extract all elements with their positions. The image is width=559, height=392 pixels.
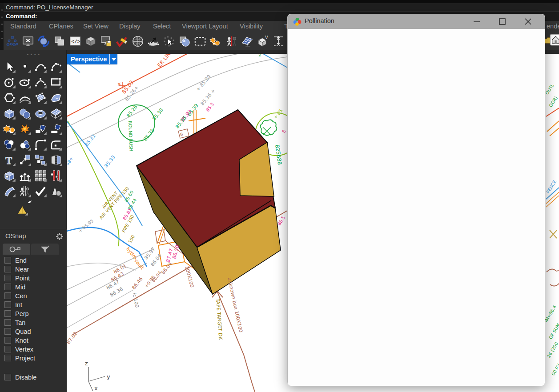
- torus-icon[interactable]: [34, 107, 47, 120]
- hand-icon[interactable]: [25, 199, 35, 205]
- menu-tab-standard[interactable]: Standard: [10, 23, 36, 30]
- filter-tab[interactable]: [31, 244, 59, 255]
- menu-tab-select[interactable]: Select: [153, 23, 171, 30]
- checkbox-int[interactable]: [4, 301, 11, 308]
- survey-label: ROUND BUSH: [128, 121, 133, 152]
- ellipse-icon[interactable]: [18, 76, 32, 89]
- pollination-logo-icon: [293, 17, 302, 26]
- scatter-cursor-icon[interactable]: [162, 35, 176, 48]
- checkbox-knot[interactable]: [4, 337, 11, 344]
- checkbox-label: Point: [15, 274, 30, 283]
- survey-label: FENCE: [545, 179, 557, 194]
- cursor-icon[interactable]: [3, 60, 16, 73]
- orbit-icon[interactable]: [37, 35, 50, 48]
- arc-icon[interactable]: [49, 60, 63, 73]
- viewport-title[interactable]: Perspective: [71, 56, 107, 63]
- divider: [109, 54, 110, 64]
- sphere-box-icon[interactable]: [178, 35, 191, 48]
- box-icon[interactable]: [3, 107, 16, 120]
- srfgrid-icon[interactable]: [49, 107, 63, 120]
- checkbox-tan[interactable]: [4, 319, 11, 326]
- scale-icon[interactable]: [18, 153, 32, 167]
- circle-icon[interactable]: [3, 76, 16, 89]
- dock-handle[interactable]: [0, 3, 4, 50]
- checkbox-quad[interactable]: [4, 328, 11, 335]
- crate-icon[interactable]: [84, 35, 97, 48]
- menu-tab-visibility[interactable]: Visibility: [240, 23, 263, 30]
- box-v-icon[interactable]: V: [256, 35, 269, 48]
- blend-icon[interactable]: [18, 91, 32, 104]
- boolstar-icon[interactable]: [3, 122, 16, 136]
- point-icon[interactable]: [18, 60, 32, 73]
- paint-check-icon[interactable]: [115, 35, 129, 48]
- checkbox-near[interactable]: [4, 266, 11, 272]
- srf-icon[interactable]: [49, 91, 63, 104]
- checkbox-cen[interactable]: [4, 292, 11, 299]
- svg-text:</>: </>: [71, 39, 80, 44]
- pollination-titlebar[interactable]: Pollination: [288, 14, 545, 29]
- spheres-icon[interactable]: [18, 107, 32, 120]
- osnap-tab[interactable]: [3, 244, 30, 255]
- split-icon[interactable]: [49, 122, 63, 136]
- menu-tab-viewport-layout[interactable]: Viewport Layout: [182, 23, 228, 30]
- explode-icon[interactable]: [18, 122, 32, 136]
- checkbox-point[interactable]: [4, 275, 11, 281]
- personwall-icon[interactable]: [18, 184, 32, 198]
- textT-icon[interactable]: T: [3, 153, 16, 167]
- gears-icon[interactable]: [209, 35, 223, 48]
- pyramid-icon[interactable]: [15, 204, 29, 216]
- rect-icon[interactable]: [49, 76, 63, 89]
- circ3-icon[interactable]: [3, 138, 16, 151]
- minimize-button[interactable]: [467, 14, 487, 29]
- close-button[interactable]: [518, 14, 539, 29]
- cone-icon[interactable]: [49, 184, 63, 198]
- patch-icon[interactable]: [34, 91, 47, 104]
- menu-tab-set-view[interactable]: Set View: [83, 23, 109, 30]
- viewport-title-tab[interactable]: Perspective: [67, 54, 117, 64]
- move-surface-icon[interactable]: [147, 35, 160, 48]
- circ3b-icon[interactable]: [18, 138, 32, 151]
- chevron-down-icon[interactable]: [112, 58, 116, 61]
- selection-rect-icon[interactable]: [193, 35, 207, 48]
- checkbox-perp[interactable]: [4, 310, 11, 317]
- check-icon[interactable]: [34, 184, 47, 198]
- solidbox-icon[interactable]: [3, 169, 16, 182]
- mirror-icon[interactable]: [49, 153, 63, 167]
- checkbox-end[interactable]: [4, 257, 11, 264]
- checkbox-disable[interactable]: [4, 374, 11, 380]
- checkbox-mid[interactable]: [4, 284, 11, 290]
- menu-tab-display[interactable]: Display: [119, 23, 141, 30]
- survey-label: 100X100: [184, 265, 195, 288]
- save-monitor-icon[interactable]: [100, 35, 113, 48]
- checkbox-project[interactable]: [4, 355, 11, 361]
- arcpts-icon[interactable]: [34, 76, 47, 89]
- panel-handle-dots[interactable]: ●●●●: [27, 52, 41, 56]
- menu-tab-cplanes[interactable]: CPlanes: [49, 23, 73, 30]
- monitor-x-icon[interactable]: [21, 35, 35, 48]
- checkbox-vertex[interactable]: [4, 346, 11, 352]
- gear-icon[interactable]: [55, 232, 64, 241]
- solar-grid-icon[interactable]: [241, 35, 254, 48]
- survey-label: OOR): [548, 96, 558, 108]
- twist-icon[interactable]: [3, 184, 16, 198]
- code-panel-icon[interactable]: </>: [68, 35, 82, 48]
- dimension-icon[interactable]: [272, 35, 285, 48]
- fillet2-icon[interactable]: [49, 138, 63, 151]
- array-icon[interactable]: [34, 153, 47, 167]
- molecule-icon[interactable]: [6, 35, 19, 48]
- polygon-icon[interactable]: [3, 91, 16, 104]
- person-wall-icon[interactable]: [225, 35, 238, 48]
- trackball-icon[interactable]: [131, 35, 145, 48]
- curve-icon[interactable]: [34, 60, 47, 73]
- griddots-icon[interactable]: [34, 169, 47, 182]
- menu-tab-ende[interactable]: ende: [547, 23, 559, 30]
- fillet-icon[interactable]: [34, 138, 47, 151]
- house-icon[interactable]: [550, 34, 559, 46]
- maximize-button[interactable]: [492, 14, 513, 29]
- squares-icon[interactable]: [53, 35, 66, 48]
- distrib-icon[interactable]: [49, 169, 63, 182]
- survey-label: +85.30: [67, 156, 74, 172]
- trim-icon[interactable]: [34, 122, 47, 136]
- extrude-icon[interactable]: [18, 169, 32, 182]
- survey-label: 85.33: [142, 128, 156, 142]
